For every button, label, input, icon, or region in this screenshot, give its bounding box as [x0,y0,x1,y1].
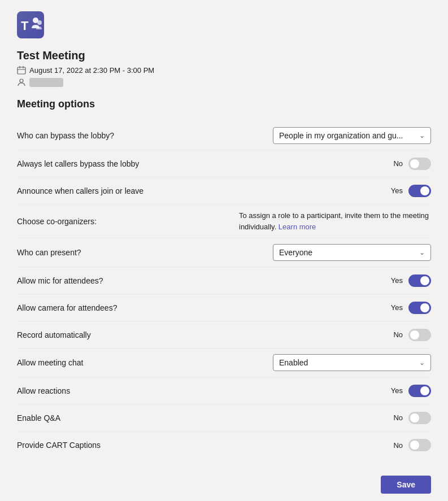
toggle-always-bypass[interactable] [408,158,431,170]
coorg-info: To assign a role to a participant, invit… [239,210,431,232]
option-label-meeting-chat: Allow meeting chat [17,358,84,367]
dropdown-who-can-present[interactable]: Everyone⌄ [273,244,431,261]
option-label-co-organizers: Choose co-organizers: [17,217,97,226]
toggle-allow-camera[interactable] [408,302,431,314]
meeting-title: Test Meeting [17,49,431,62]
dropdown-value-bypass-lobby: People in my organization and gu... [279,131,403,140]
toggle-allow-mic[interactable] [408,275,431,287]
chevron-down-icon: ⌄ [419,359,425,367]
toggle-knob-record-auto [410,330,419,339]
option-control-always-bypass: No [393,158,431,170]
learn-more-link[interactable]: Learn more [279,223,316,231]
svg-point-5 [20,79,23,82]
toggle-knob-always-bypass [410,159,419,168]
option-row-enable-qa: Enable Q&ANo [17,404,431,432]
person-icon [17,78,26,87]
option-row-co-organizers: Choose co-organizers:To assign a role to… [17,204,431,238]
option-control-enable-qa: No [393,412,431,424]
option-label-who-can-present: Who can present? [17,248,81,257]
option-row-meeting-chat: Allow meeting chatEnabled⌄ [17,348,431,377]
toggle-enable-qa[interactable] [408,412,431,424]
section-title: Meeting options [17,98,431,110]
toggle-label-always-bypass: No [393,159,403,168]
option-row-always-bypass: Always let callers bypass the lobbyNo [17,150,431,177]
toggle-label-allow-reactions: Yes [391,386,403,395]
option-label-announce-callers: Announce when callers join or leave [17,186,143,195]
meeting-datetime: August 17, 2022 at 2:30 PM - 3:00 PM [17,66,431,75]
option-row-allow-camera: Allow camera for attendees?Yes [17,294,431,321]
meeting-organizer [17,78,431,87]
option-row-allow-mic: Allow mic for attendees?Yes [17,267,431,294]
option-control-bypass-lobby: People in my organization and gu...⌄ [273,127,431,144]
toggle-knob-allow-reactions [420,386,429,395]
save-button-row: Save [17,476,431,494]
toggle-knob-allow-mic [420,276,429,285]
organizer-avatar [29,78,63,87]
option-row-who-can-present: Who can present?Everyone⌄ [17,238,431,267]
option-row-cart-captions: Provide CART CaptionsNo [17,432,431,459]
svg-rect-4 [18,67,25,74]
option-control-meeting-chat: Enabled⌄ [273,354,431,371]
toggle-record-auto[interactable] [408,329,431,341]
chevron-down-icon: ⌄ [419,132,425,140]
options-list: Who can bypass the lobby?People in my or… [17,121,431,459]
option-label-always-bypass: Always let callers bypass the lobby [17,159,139,168]
option-control-allow-mic: Yes [391,275,431,287]
option-row-record-auto: Record automaticallyNo [17,321,431,348]
main-container: T Test Meeting August 17, 2022 at 2:30 P… [0,0,448,501]
toggle-knob-announce-callers [420,186,429,195]
option-label-bypass-lobby: Who can bypass the lobby? [17,131,114,140]
chevron-down-icon: ⌄ [419,249,425,256]
toggle-knob-enable-qa [410,413,419,422]
option-control-cart-captions: No [393,439,431,451]
option-label-enable-qa: Enable Q&A [17,413,60,422]
option-control-who-can-present: Everyone⌄ [273,244,431,261]
toggle-knob-cart-captions [410,441,419,450]
dropdown-bypass-lobby[interactable]: People in my organization and gu...⌄ [273,127,431,144]
toggle-label-allow-mic: Yes [391,276,403,285]
toggle-label-record-auto: No [393,330,403,339]
dropdown-meeting-chat[interactable]: Enabled⌄ [273,354,431,371]
option-row-bypass-lobby: Who can bypass the lobby?People in my or… [17,121,431,150]
toggle-label-cart-captions: No [393,441,403,450]
toggle-label-enable-qa: No [393,413,403,422]
teams-logo: T [17,11,431,49]
option-control-record-auto: No [393,329,431,341]
calendar-icon [17,66,26,75]
option-label-allow-reactions: Allow reactions [17,386,70,395]
save-button[interactable]: Save [381,476,431,494]
toggle-label-announce-callers: Yes [391,186,403,195]
svg-text:T: T [21,19,29,33]
toggle-allow-reactions[interactable] [408,385,431,397]
toggle-label-allow-camera: Yes [391,303,403,312]
option-control-co-organizers: To assign a role to a participant, invit… [239,210,431,232]
option-label-cart-captions: Provide CART Captions [17,441,101,450]
toggle-announce-callers[interactable] [408,185,431,197]
svg-point-3 [37,20,42,25]
option-label-record-auto: Record automatically [17,330,91,339]
dropdown-value-meeting-chat: Enabled [279,358,308,367]
option-control-allow-camera: Yes [391,302,431,314]
option-row-allow-reactions: Allow reactionsYes [17,377,431,404]
toggle-knob-allow-camera [420,303,429,312]
option-control-allow-reactions: Yes [391,385,431,397]
option-label-allow-camera: Allow camera for attendees? [17,303,117,312]
toggle-cart-captions[interactable] [408,439,431,451]
dropdown-value-who-can-present: Everyone [279,248,312,257]
option-label-allow-mic: Allow mic for attendees? [17,276,103,285]
option-control-announce-callers: Yes [391,185,431,197]
option-row-announce-callers: Announce when callers join or leaveYes [17,177,431,204]
